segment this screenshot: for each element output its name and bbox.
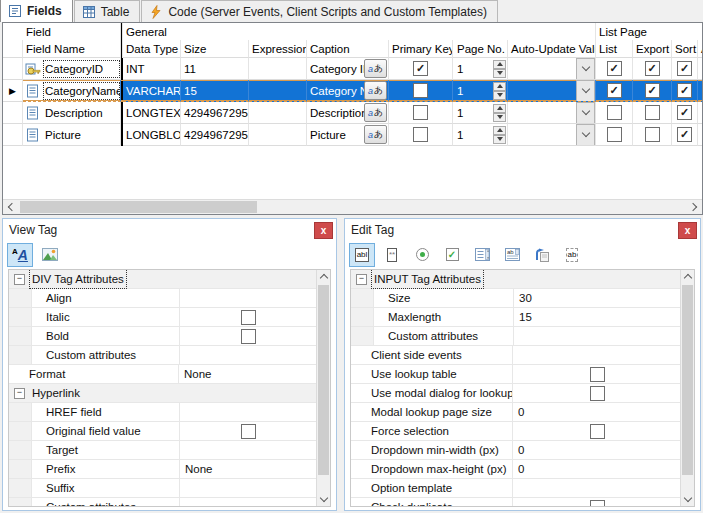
page-no-cell[interactable]: 1	[453, 102, 508, 124]
property-value[interactable]	[513, 479, 681, 497]
primary-key-checkbox[interactable]	[413, 61, 428, 76]
collapse-icon[interactable]: −	[14, 388, 25, 399]
property-row[interactable]: Dropdown min-width (px)0	[351, 441, 681, 460]
page-no-cell[interactable]: 1	[453, 80, 508, 102]
scroll-right-arrow-icon[interactable]	[686, 200, 702, 214]
vertical-scrollbar-thumb[interactable]	[318, 285, 329, 475]
page-no-stepper[interactable]	[493, 104, 506, 122]
expression-cell[interactable]	[249, 58, 307, 80]
scroll-up-arrow-icon[interactable]	[317, 270, 330, 284]
auto-update-dropdown[interactable]	[576, 124, 595, 146]
radio-icon[interactable]	[409, 243, 435, 267]
property-row[interactable]: Custom attributes	[351, 327, 681, 346]
scroll-down-arrow-icon[interactable]	[317, 492, 330, 506]
translate-caption-button[interactable]: aあ	[364, 125, 387, 144]
property-value[interactable]	[180, 346, 317, 364]
horizontal-scrollbar[interactable]	[3, 199, 702, 214]
font-style-icon[interactable]: AA	[7, 243, 33, 267]
property-row[interactable]: Option template	[351, 479, 681, 498]
page-no-stepper[interactable]	[493, 60, 506, 78]
tab-fields[interactable]: Fields	[0, 0, 73, 22]
property-value[interactable]: None	[179, 365, 317, 383]
file-upload-icon[interactable]	[529, 243, 555, 267]
property-row[interactable]: Original field value	[9, 422, 317, 441]
primary-key-checkbox[interactable]	[413, 83, 428, 98]
property-row[interactable]: Force selection	[351, 422, 681, 441]
checkbox[interactable]	[590, 367, 605, 382]
checkbox[interactable]	[590, 386, 605, 401]
caption-cell[interactable]: Description aあ	[307, 102, 389, 124]
property-row[interactable]: Suffix	[9, 479, 317, 498]
property-value[interactable]: 0	[513, 460, 681, 478]
table-row[interactable]: ▶ CategoryName VARCHAR 15 Category Name …	[3, 80, 702, 102]
sort-checkbox[interactable]	[677, 61, 692, 76]
scroll-up-arrow-icon[interactable]	[681, 270, 694, 284]
vertical-scrollbar[interactable]	[680, 270, 694, 506]
data-type-cell[interactable]: INT	[123, 58, 181, 80]
checkbox[interactable]	[241, 424, 256, 439]
sort-checkbox[interactable]	[677, 127, 692, 142]
translate-caption-button[interactable]: aあ	[364, 81, 387, 100]
property-value[interactable]: 15	[514, 308, 681, 326]
expression-cell[interactable]	[249, 80, 307, 102]
property-value[interactable]: 0	[513, 441, 681, 459]
property-row[interactable]: Italic	[9, 308, 317, 327]
translate-caption-button[interactable]: aあ	[364, 59, 387, 78]
export-checkbox[interactable]	[645, 61, 660, 76]
size-cell[interactable]: 4294967295	[181, 124, 249, 146]
property-row[interactable]: Target	[9, 441, 317, 460]
collapse-icon[interactable]: −	[356, 274, 367, 285]
primary-key-checkbox[interactable]	[413, 127, 428, 142]
data-type-cell[interactable]: VARCHAR	[123, 80, 181, 102]
property-value[interactable]	[180, 441, 317, 459]
property-row[interactable]: Client side events	[351, 346, 681, 365]
property-value[interactable]	[180, 403, 317, 421]
size-cell[interactable]: 4294967295	[181, 102, 249, 124]
export-checkbox[interactable]	[645, 83, 660, 98]
field-name-cell[interactable]: Picture	[23, 124, 121, 146]
auto-update-value-cell[interactable]	[508, 124, 596, 146]
property-row[interactable]: Custom attributes	[9, 498, 317, 506]
export-checkbox[interactable]	[645, 127, 660, 142]
checkbox[interactable]	[590, 424, 605, 439]
checkbox-icon[interactable]: ✓	[439, 243, 465, 267]
property-row[interactable]: Bold	[9, 327, 317, 346]
property-row[interactable]: Maxlength15	[351, 308, 681, 327]
size-cell[interactable]: 15	[181, 80, 249, 102]
field-name-cell[interactable]: CategoryID	[23, 58, 121, 80]
property-value[interactable]	[513, 346, 681, 364]
auto-update-value-cell[interactable]	[508, 58, 596, 80]
property-row[interactable]: Size30	[351, 289, 681, 308]
caption-cell[interactable]: Picture aあ	[307, 124, 389, 146]
property-row[interactable]: Use modal dialog for lookup	[351, 384, 681, 403]
translate-caption-button[interactable]: aあ	[364, 103, 387, 122]
close-icon[interactable]: x	[314, 222, 333, 239]
auto-update-value-cell[interactable]	[508, 102, 596, 124]
property-value[interactable]: 0	[513, 403, 681, 421]
vertical-scrollbar-thumb[interactable]	[682, 285, 693, 475]
sort-checkbox[interactable]	[677, 105, 692, 120]
password-icon[interactable]: **	[379, 243, 405, 267]
scroll-left-arrow-icon[interactable]	[3, 200, 19, 214]
table-row[interactable]: ▶ Description LONGTEXT 4294967295 Descri…	[3, 102, 702, 124]
listbox-icon[interactable]: ab	[499, 243, 525, 267]
list-checkbox[interactable]	[607, 83, 622, 98]
data-type-cell[interactable]: LONGTEXT	[123, 102, 181, 124]
tab-table[interactable]: Table	[74, 0, 141, 22]
scroll-down-arrow-icon[interactable]	[681, 492, 694, 506]
primary-key-checkbox[interactable]	[413, 105, 428, 120]
caption-cell[interactable]: Category Name aあ	[307, 80, 389, 102]
property-row[interactable]: Check duplicate	[351, 498, 681, 506]
size-cell[interactable]: 11	[181, 58, 249, 80]
field-name-cell[interactable]: CategoryName	[23, 80, 121, 102]
auto-update-dropdown[interactable]	[576, 80, 595, 102]
image-icon[interactable]	[37, 243, 63, 267]
page-no-cell[interactable]: 1	[453, 124, 508, 146]
checkbox[interactable]	[241, 310, 256, 325]
expression-cell[interactable]	[249, 124, 307, 146]
property-row[interactable]: FormatNone	[9, 365, 317, 384]
vertical-scrollbar[interactable]	[316, 270, 330, 506]
field-name-cell[interactable]: Description	[23, 102, 121, 124]
data-type-cell[interactable]: LONGBLOB	[123, 124, 181, 146]
horizontal-scrollbar-thumb[interactable]	[20, 201, 257, 213]
